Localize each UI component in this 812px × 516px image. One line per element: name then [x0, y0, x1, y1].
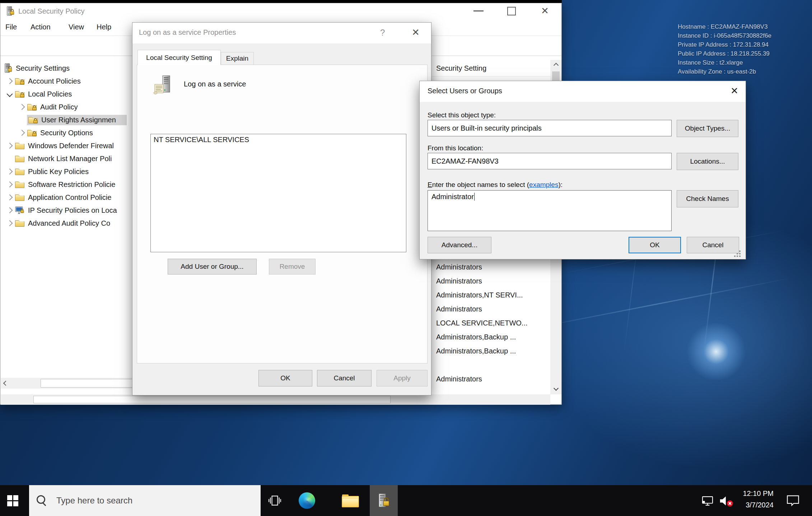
tree-item-public-key-policies[interactable]: Public Key Policies	[5, 165, 89, 178]
tab-explain[interactable]: Explain	[221, 52, 254, 65]
tree-item-security-settings[interactable]: Security Settings	[4, 62, 70, 74]
edge-icon	[299, 492, 315, 509]
scroll-left-arrow[interactable]	[1, 378, 11, 389]
tree-item-windows-defender-firewall[interactable]: Windows Defender Firewal	[5, 140, 114, 152]
action-center-icon	[786, 494, 800, 507]
network-tray-button[interactable]	[701, 496, 714, 507]
policy-row[interactable]: Administrators	[432, 274, 544, 288]
maximize-button[interactable]	[507, 7, 516, 15]
action-center-button[interactable]	[786, 494, 800, 508]
tree-item-software-restriction-policies[interactable]: Software Restriction Policie	[5, 178, 115, 191]
info-availability-zone: Availability Zone : us-east-2b	[678, 67, 771, 76]
chevron-right-icon[interactable]	[5, 208, 15, 212]
remove-button[interactable]: Remove	[269, 259, 316, 275]
info-hostname: Hostname : EC2AMAZ-FAN98V3	[678, 22, 771, 31]
add-user-or-group-button[interactable]: Add User or Group...	[168, 259, 257, 275]
text-caret	[474, 193, 475, 201]
chevron-right-icon[interactable]	[17, 105, 27, 109]
object-names-input[interactable]: Administrator	[428, 190, 672, 231]
taskbar-search-input[interactable]	[29, 485, 261, 516]
policy-row[interactable]	[432, 358, 544, 372]
tab-local-security-setting[interactable]: Local Security Setting	[137, 50, 221, 65]
close-button[interactable]: ✕	[412, 27, 420, 38]
chevron-right-icon[interactable]	[17, 131, 27, 135]
chevron-right-icon[interactable]	[5, 221, 15, 225]
tab-label: Explain	[226, 55, 248, 62]
examples-link[interactable]: examples	[529, 181, 558, 188]
menu-action[interactable]: Action	[31, 23, 51, 31]
chevron-down-icon[interactable]	[5, 92, 15, 96]
scrollbar-thumb[interactable]	[33, 396, 391, 403]
task-view-button[interactable]	[268, 494, 281, 508]
tree-item-advanced-audit-policy[interactable]: Advanced Audit Policy Co	[5, 217, 110, 229]
tree-item-user-rights-assignment[interactable]: User Rights Assignmen	[17, 114, 127, 126]
tree-item-application-control-policies[interactable]: Application Control Policie	[5, 191, 111, 203]
file-explorer-button[interactable]	[342, 494, 359, 507]
object-names-label: Enter the object names to select (exampl…	[428, 181, 563, 189]
file-explorer-icon	[342, 494, 359, 507]
start-button[interactable]	[7, 495, 18, 506]
tree-item-network-list-manager[interactable]: Network List Manager Poli	[5, 153, 112, 165]
chevron-right-icon[interactable]	[5, 79, 15, 83]
object-types-button[interactable]: Object Types...	[677, 120, 738, 137]
wallpaper-beam	[523, 278, 791, 331]
cancel-button[interactable]: Cancel	[317, 370, 372, 386]
policy-row[interactable]: Administrators,NT SERVI...	[432, 288, 544, 302]
scroll-down-arrow[interactable]	[550, 383, 561, 394]
local-security-policy-taskbar-button[interactable]	[370, 485, 398, 516]
ok-button[interactable]: OK	[258, 370, 312, 386]
select-users-or-groups-dialog: Select Users or Groups ✕ Select this obj…	[419, 81, 746, 259]
member-item[interactable]: NT SERVICE\ALL SERVICES	[151, 134, 406, 145]
policy-row[interactable]: Administrators,Backup ...	[432, 330, 544, 344]
check-names-button[interactable]: Check Names	[677, 190, 738, 207]
menu-file[interactable]: File	[5, 23, 17, 31]
tree-item-account-policies[interactable]: Account Policies	[5, 75, 81, 87]
location-field[interactable]: EC2AMAZ-FAN98V3	[428, 153, 672, 169]
locations-button[interactable]: Locations...	[677, 153, 738, 170]
clock-date[interactable]: 3/7/2024	[725, 501, 774, 509]
object-type-label: Select this object type:	[428, 111, 496, 119]
cancel-button[interactable]: Cancel	[687, 237, 739, 253]
chevron-right-icon[interactable]	[5, 195, 15, 200]
edge-taskbar-button[interactable]	[299, 492, 315, 509]
column-header-security-setting[interactable]: Security Setting	[432, 60, 555, 77]
policy-row[interactable]: LOCAL SERVICE,NETWO...	[432, 316, 544, 330]
folder-icon	[15, 155, 25, 163]
object-type-field[interactable]: Users or Built-in security principals	[428, 120, 672, 136]
chevron-right-icon[interactable]	[5, 169, 15, 174]
dialog-titlebar: Log on as a service Properties ? ✕	[132, 23, 431, 43]
close-button[interactable]: ✕	[731, 85, 738, 97]
folder-lock-icon	[28, 116, 38, 124]
policy-row[interactable]: Administrators	[432, 372, 544, 386]
policy-row[interactable]: Administrators	[432, 260, 544, 274]
dialog-titlebar: Select Users or Groups ✕	[420, 81, 746, 102]
chevron-right-icon[interactable]	[5, 144, 15, 148]
policy-row[interactable]: Administrators	[432, 302, 544, 316]
tree-item-security-options[interactable]: Security Options	[17, 127, 93, 139]
folder-icon	[15, 193, 25, 201]
taskbar: 12:10 PM 3/7/2024	[0, 485, 812, 516]
chevron-right-icon[interactable]	[5, 182, 15, 187]
tree-item-ip-security-policies[interactable]: IP Security Policies on Loca	[5, 204, 117, 216]
clock-time[interactable]: 12:10 PM	[725, 489, 774, 498]
menu-view[interactable]: View	[69, 23, 84, 31]
resize-grip[interactable]	[739, 250, 741, 252]
help-button[interactable]: ?	[380, 28, 385, 38]
minimize-button[interactable]	[473, 10, 484, 11]
ok-button[interactable]: OK	[629, 237, 681, 253]
computer-lock-icon	[4, 63, 13, 73]
selected-tree-item: User Rights Assignmen	[27, 115, 127, 125]
members-listbox[interactable]: NT SERVICE\ALL SERVICES	[150, 134, 406, 252]
advanced-button[interactable]: Advanced...	[428, 237, 491, 253]
policy-row[interactable]: Administrators,Backup ...	[432, 344, 544, 358]
tree-item-local-policies[interactable]: Local Policies	[5, 88, 72, 100]
apply-button[interactable]: Apply	[377, 370, 428, 386]
close-button[interactable]: ✕	[541, 5, 549, 17]
tree-label: Security Options	[40, 129, 93, 137]
scroll-up-arrow[interactable]	[550, 60, 561, 71]
tree-item-audit-policy[interactable]: Audit Policy	[17, 101, 78, 113]
policy-setting-icon	[151, 74, 175, 97]
wallpaper-flare	[686, 323, 747, 380]
menu-help[interactable]: Help	[97, 23, 111, 31]
window-titlebar: Local Security Policy ✕	[0, 3, 561, 19]
